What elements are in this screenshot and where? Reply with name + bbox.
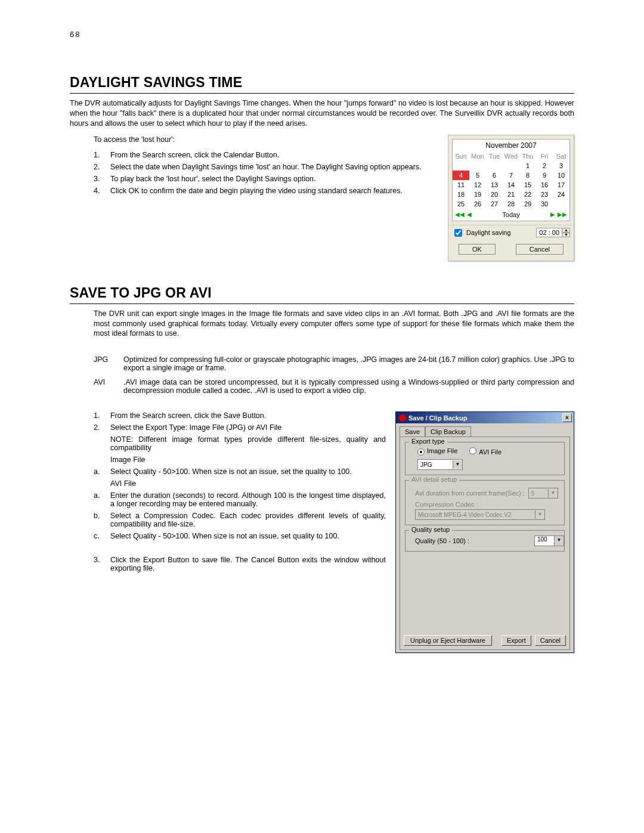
radio-avi-file[interactable]: AVI File — [469, 447, 501, 456]
export-button[interactable]: Export — [501, 635, 531, 646]
radio-image-file[interactable]: Image File — [417, 447, 457, 456]
avi-file-label: AVI File — [110, 479, 386, 488]
s2-step2: Select the Export Type: Image File (JPG)… — [110, 423, 386, 432]
time-spinner[interactable]: ▲▼ — [562, 228, 570, 237]
s1-step3: To play back the 'lost hour', select the… — [110, 175, 438, 183]
heading-daylight: DAYLIGHT SAVINGS TIME — [70, 75, 574, 94]
chevron-down-icon[interactable]: ▼ — [453, 460, 462, 469]
avi-duration-label: Avi duration from current frame(Sec) : — [415, 490, 525, 497]
calendar-cancel-button[interactable]: Cancel — [516, 244, 564, 255]
access-line: To access the 'lost hour': — [94, 135, 438, 145]
dialog-icon — [399, 414, 406, 422]
avi-a: Enter the duration (seconds) to record. … — [110, 491, 386, 508]
tab-save[interactable]: Save — [400, 426, 425, 437]
image-file-label: Image File — [110, 456, 386, 464]
format-dropdown[interactable]: JPG ▼ — [417, 459, 463, 470]
calendar-prev-year-icon[interactable]: ◀◀ — [455, 211, 465, 218]
s2-step1: From the Search screen, click the Save B… — [110, 411, 386, 420]
cancel-button[interactable]: Cancel — [535, 635, 566, 646]
daylight-time-field[interactable]: 02 : 00 — [536, 228, 562, 237]
close-icon[interactable]: × — [562, 413, 572, 422]
s1-step2: Select the date when Daylight Savings ti… — [110, 163, 438, 171]
page-number: 68 — [70, 30, 574, 39]
calendar-widget: November 2007 Sun Mon Tue Wed Thu Fri Sa… — [448, 135, 574, 261]
daylight-checkbox[interactable]: Daylight saving — [452, 227, 511, 239]
quality-group-label: Quality setup — [409, 526, 452, 533]
avi-codec-label: Compression Codec : — [415, 501, 558, 508]
avi-label: AVI — [94, 378, 123, 395]
unplug-button[interactable]: Unplug or Eject Hardware — [404, 635, 492, 646]
chevron-down-icon[interactable]: ▼ — [554, 536, 564, 546]
s1-step4: Click OK to confirm the date and begin p… — [110, 187, 438, 195]
avi-def: .AVI image data can be stored uncompress… — [123, 378, 574, 395]
export-type-label: Export type — [409, 438, 447, 445]
quality-dropdown[interactable]: 100 ▼ — [534, 535, 564, 546]
avi-b: Select a Compression Codec. Each codec p… — [110, 512, 386, 528]
s2-step3: Click the Export Button to save file. Th… — [110, 556, 386, 572]
calendar-ok-button[interactable]: OK — [459, 244, 496, 255]
avi-duration-dropdown: 5 ▼ — [528, 488, 558, 498]
img-a: Select Quality - 50>100. When size is no… — [110, 467, 386, 476]
avi-codec-dropdown: Microsoft MPEG-4 Video Codec V2 ▼ — [415, 509, 545, 520]
save-dialog: Save / Clip Backup × Save Clip Backup Ex… — [395, 411, 574, 653]
calendar-prev-month-icon[interactable]: ◀ — [467, 211, 472, 218]
s2-note: NOTE: Different image format types provi… — [110, 435, 386, 452]
calendar-month: November 2007 — [453, 140, 569, 151]
calendar-today-button[interactable]: Today — [472, 211, 550, 218]
s1-step1: From the Search screen, click the Calend… — [110, 151, 438, 159]
intro-2: The DVR unit can export single images in… — [94, 309, 574, 339]
jpg-def: Optimized for compressing full-color or … — [123, 355, 574, 372]
quality-label: Quality (50 - 100) : — [415, 537, 469, 544]
intro-1: The DVR automatically adjusts for Daylig… — [70, 98, 574, 129]
jpg-label: JPG — [94, 355, 123, 372]
heading-save: SAVE TO JPG OR AVI — [70, 285, 574, 304]
avi-c: Select Quality - 50>100. When size is no… — [110, 532, 386, 540]
dialog-title: Save / Clip Backup — [408, 414, 467, 422]
avi-group-label: AVI detail setup — [409, 476, 459, 483]
calendar-next-month-icon[interactable]: ▶ — [550, 211, 555, 218]
calendar-next-year-icon[interactable]: ▶▶ — [558, 211, 567, 218]
tab-clip-backup[interactable]: Clip Backup — [425, 426, 471, 437]
calendar-selected-day[interactable]: 4 — [453, 171, 469, 180]
daylight-label: Daylight saving — [466, 229, 511, 236]
